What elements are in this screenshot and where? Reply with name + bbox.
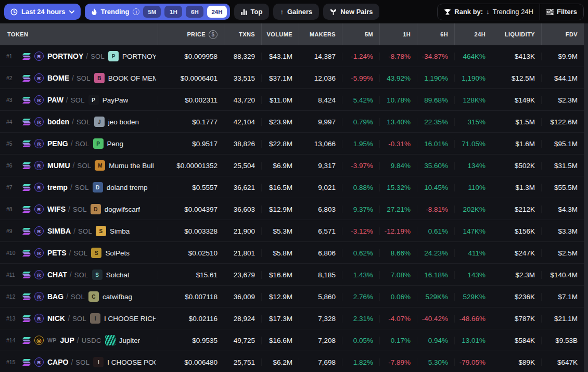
token-cell: #1 R PORTNOY / SOL P PORTNOY [0,45,158,67]
token-cell: #11 R CHAT / SOL S Solchat [0,264,158,286]
price-value: $0.9517 [158,140,224,148]
change-5m: 1.95% [342,140,379,148]
volume-value: $11.0M [261,96,299,104]
rank-label: #12 [6,293,19,300]
new-pairs-button[interactable]: New Pairs [323,4,379,20]
top-button[interactable]: Top [234,4,270,20]
change-24h: 143% [454,271,492,279]
dex-icon: R [34,314,44,323]
token-name: Peng [107,140,124,148]
col-24h[interactable]: 24H [454,23,492,45]
quote-symbol: SOL [75,140,90,148]
change-24h: 464K% [454,53,492,60]
col-6h[interactable]: 6H [417,23,454,45]
col-liquidity[interactable]: LIQUIDITY [492,23,541,45]
rank-label: #7 [6,184,19,190]
rank-label: #8 [6,206,19,212]
txns-value: 36,009 [224,293,261,301]
toolbar-left-group: Last 24 hours Trending i 5M 1H 6H 24H To… [4,4,379,20]
liquidity-value: $2.3M [492,271,541,279]
token-cell: #7 R tremp / SOL D doland tremp [0,176,158,198]
price-value: $0.006480 [158,358,224,366]
flame-icon [91,8,97,16]
col-makers[interactable]: MAKERS [299,23,342,45]
table-row[interactable]: #1 R PORTNOY / SOL P PORTNOY $0.009958 8… [0,45,584,67]
dex-icon: R [34,95,44,105]
token-cell: #4 R boden / SOL J jeo boden [0,111,158,133]
table-row[interactable]: #12 R BAG / SOL C catwifbag $0.007118 36… [0,286,584,307]
timeframe-chip-1h[interactable]: 1H [164,6,182,18]
change-6h: -34.87% [417,53,454,60]
table-row[interactable]: #5 R PENG / SOL P Peng $0.9517 38,826 $2… [0,133,584,155]
table-row[interactable]: #11 R CHAT / SOL S Solchat $15.61 23,679… [0,264,584,286]
rank-by-control[interactable]: Rank by: ↓ Trending 24H [438,4,540,20]
dex-icon: R [34,161,44,170]
filters-button[interactable]: Filters [540,4,583,20]
token-cell: #12 R BAG / SOL C catwifbag [0,286,158,307]
table-row[interactable]: #7 R tremp / SOL D doland tremp $0.5557 … [0,176,584,198]
table-header: TOKEN PRICE $ TXNS VOLUME MAKERS 5M 1H 6… [0,23,584,45]
txns-value: 36,621 [224,184,261,191]
solana-chain-icon [22,315,31,322]
timeframe-chip-5m[interactable]: 5M [143,6,161,18]
col-token[interactable]: TOKEN [0,23,158,45]
col-txns[interactable]: TXNS [224,23,261,45]
col-fdv[interactable]: FDV [541,23,584,45]
token-cell: #8 R WIFS / SOL D dogwifscarf [0,198,158,220]
trending-label: Trending [101,8,130,16]
vertical-scrollbar[interactable] [584,23,588,372]
table-row[interactable]: #3 R PAW / SOL P PayPaw $0.002311 43,720… [0,89,584,111]
quote-symbol: USDC [82,337,101,344]
token-name: I CHOOSE POOR EVE [107,358,156,366]
quote-separator: / [71,139,73,148]
col-5m[interactable]: 5M [342,23,379,45]
change-1h: 27.21% [379,206,417,213]
solana-chain-icon [22,293,31,300]
dex-icon: ◎ [34,336,44,345]
makers-value: 8,424 [299,96,342,104]
table-row[interactable]: #15 R CAPO / SOL I I CHOOSE POOR EVE $0.… [0,351,584,372]
time-filter-dropdown[interactable]: Last 24 hours [4,4,81,20]
token-cell: #6 R MUMU / SOL M Mumu the Bull [0,155,158,176]
volume-value: $12.9M [261,206,299,213]
table-row[interactable]: #14 ◎ WP JUP / USDC Jupiter $0.9535 49,7… [0,329,584,351]
table-row[interactable]: #2 R BOME / SOL B BOOK OF MEME $0.000640… [0,67,584,89]
dex-icon: R [34,226,44,236]
txns-value: 23,679 [224,271,261,279]
timeframe-chip-24h[interactable]: 24H [207,6,226,18]
col-volume[interactable]: VOLUME [261,23,299,45]
quote-separator: / [72,74,74,82]
timeframe-chip-6h[interactable]: 6H [186,6,203,18]
col-1h[interactable]: 1H [379,23,417,45]
change-24h: 13.01% [454,337,492,344]
token-name: Mumu the Bull [109,162,154,170]
liquidity-value: $413K [492,53,541,60]
quote-separator: / [86,52,88,60]
table-row[interactable]: #6 R MUMU / SOL M Mumu the Bull $0.00001… [0,155,584,176]
liquidity-value: $212K [492,206,541,213]
change-1h: -12.19% [379,227,417,235]
col-price[interactable]: PRICE $ [158,23,224,45]
change-5m: 0.88% [342,184,379,191]
change-24h: 315% [454,118,492,126]
change-5m: 2.31% [342,315,379,323]
table-row[interactable]: #13 R NICK / SOL I I CHOOSE RICH EVERY $… [0,307,584,329]
liquidity-value: $12.5M [492,74,541,82]
change-24h: 1,190% [454,74,492,82]
dex-icon: R [34,248,44,258]
fdv-value: $44.1M [541,74,584,82]
change-6h: 35.60% [417,162,454,170]
makers-value: 6,803 [299,206,342,213]
table-row[interactable]: #10 R PETS / SOL S SolPets $0.02510 21,8… [0,242,584,264]
change-6h: 22.35% [417,118,454,126]
info-icon[interactable]: i [133,8,139,15]
table-row[interactable]: #4 R boden / SOL J jeo boden $0.1777 42,… [0,111,584,133]
table-row[interactable]: #9 R SIMBA / SOL S Simba $0.003328 21,90… [0,220,584,242]
fdv-value: $4.3M [541,206,584,213]
gainers-button[interactable]: ↑ Gainers [273,4,319,20]
chevron-down-icon [69,10,74,14]
table-row[interactable]: #8 R WIFS / SOL D dogwifscarf $0.004397 … [0,198,584,220]
token-cell: #10 R PETS / SOL S SolPets [0,242,158,264]
token-avatar: C [88,291,99,302]
token-name: Solchat [106,271,130,279]
